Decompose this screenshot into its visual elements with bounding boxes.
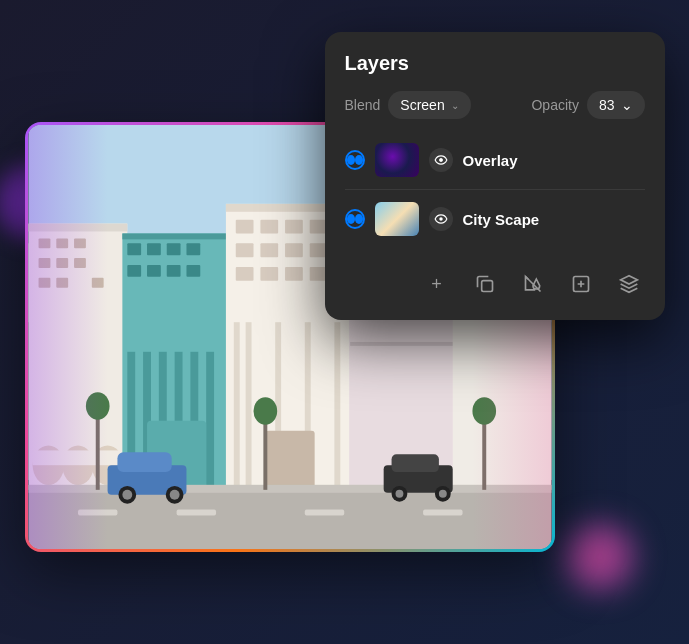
svg-rect-67 bbox=[350, 342, 458, 346]
blend-chevron-icon: ⌄ bbox=[451, 100, 459, 111]
svg-rect-22 bbox=[166, 243, 180, 255]
layer-radio-overlay[interactable] bbox=[345, 150, 365, 170]
svg-point-95 bbox=[438, 490, 446, 498]
stack-button[interactable] bbox=[613, 268, 645, 300]
svg-point-99 bbox=[253, 397, 277, 425]
blend-opacity-row: Blend Screen ⌄ Opacity 83 ⌄ bbox=[345, 91, 645, 119]
svg-rect-50 bbox=[245, 322, 251, 490]
opacity-chevron-icon: ⌄ bbox=[621, 97, 633, 113]
svg-point-89 bbox=[169, 490, 179, 500]
blend-mode-select[interactable]: Screen ⌄ bbox=[388, 91, 470, 119]
layer-name-overlay: Overlay bbox=[463, 152, 645, 169]
eye-icon-overlay bbox=[434, 153, 448, 167]
svg-rect-81 bbox=[176, 510, 215, 516]
svg-rect-25 bbox=[147, 265, 161, 277]
svg-rect-20 bbox=[127, 243, 141, 255]
add-icon: + bbox=[431, 274, 442, 295]
svg-rect-37 bbox=[235, 220, 253, 234]
svg-rect-21 bbox=[147, 243, 161, 255]
svg-rect-54 bbox=[265, 431, 314, 490]
svg-rect-91 bbox=[391, 454, 438, 472]
svg-rect-46 bbox=[260, 267, 278, 281]
layer-item-cityscape[interactable]: City Scape bbox=[345, 194, 645, 244]
paint-bucket-button[interactable] bbox=[517, 268, 549, 300]
svg-rect-42 bbox=[260, 243, 278, 257]
opacity-label: Opacity bbox=[531, 97, 578, 113]
layer-name-cityscape: City Scape bbox=[463, 211, 645, 228]
layer-visibility-overlay[interactable] bbox=[429, 148, 453, 172]
svg-rect-26 bbox=[166, 265, 180, 277]
layer-thumb-overlay bbox=[375, 143, 419, 177]
layers-panel: Layers Blend Screen ⌄ Opacity 83 ⌄ bbox=[325, 32, 665, 320]
thumb-overlay-visual bbox=[375, 143, 419, 177]
svg-rect-47 bbox=[285, 267, 303, 281]
decorative-blob-bottomright bbox=[565, 522, 635, 592]
panel-toolbar: + bbox=[345, 260, 645, 300]
stack-icon bbox=[619, 274, 639, 294]
panel-title: Layers bbox=[345, 52, 645, 75]
blend-label: Blend bbox=[345, 97, 381, 113]
svg-rect-43 bbox=[285, 243, 303, 257]
svg-rect-45 bbox=[235, 267, 253, 281]
svg-rect-107 bbox=[481, 281, 492, 292]
svg-rect-41 bbox=[235, 243, 253, 257]
svg-point-87 bbox=[122, 490, 132, 500]
svg-rect-49 bbox=[233, 322, 239, 490]
duplicate-layer-button[interactable] bbox=[469, 268, 501, 300]
layer-visibility-cityscape[interactable] bbox=[429, 207, 453, 231]
layer-divider bbox=[345, 189, 645, 190]
opacity-select[interactable]: 83 ⌄ bbox=[587, 91, 645, 119]
svg-rect-98 bbox=[263, 416, 267, 490]
add-layer-button[interactable]: + bbox=[421, 268, 453, 300]
svg-point-93 bbox=[395, 490, 403, 498]
svg-rect-53 bbox=[334, 322, 340, 490]
opacity-group: Opacity 83 ⌄ bbox=[531, 91, 644, 119]
svg-rect-27 bbox=[186, 265, 200, 277]
blend-mode-value: Screen bbox=[400, 97, 444, 113]
thumb-city-visual bbox=[375, 202, 419, 236]
svg-rect-24 bbox=[127, 265, 141, 277]
duplicate-icon bbox=[475, 274, 495, 294]
export-layer-button[interactable] bbox=[565, 268, 597, 300]
svg-rect-83 bbox=[423, 510, 462, 516]
export-icon bbox=[571, 274, 591, 294]
layer-item-overlay[interactable]: Overlay bbox=[345, 135, 645, 185]
svg-point-105 bbox=[439, 158, 443, 162]
paint-bucket-icon bbox=[523, 274, 543, 294]
svg-point-106 bbox=[439, 217, 443, 221]
svg-rect-33 bbox=[206, 352, 214, 490]
svg-rect-102 bbox=[28, 125, 107, 549]
svg-rect-38 bbox=[260, 220, 278, 234]
layer-radio-cityscape[interactable] bbox=[345, 209, 365, 229]
opacity-value: 83 bbox=[599, 97, 615, 113]
svg-rect-82 bbox=[304, 510, 343, 516]
layer-thumb-cityscape bbox=[375, 202, 419, 236]
scene: Layers Blend Screen ⌄ Opacity 83 ⌄ bbox=[25, 32, 665, 612]
eye-icon-cityscape bbox=[434, 212, 448, 226]
svg-rect-85 bbox=[117, 452, 171, 472]
svg-rect-39 bbox=[285, 220, 303, 234]
svg-rect-23 bbox=[186, 243, 200, 255]
svg-rect-19 bbox=[122, 233, 230, 239]
